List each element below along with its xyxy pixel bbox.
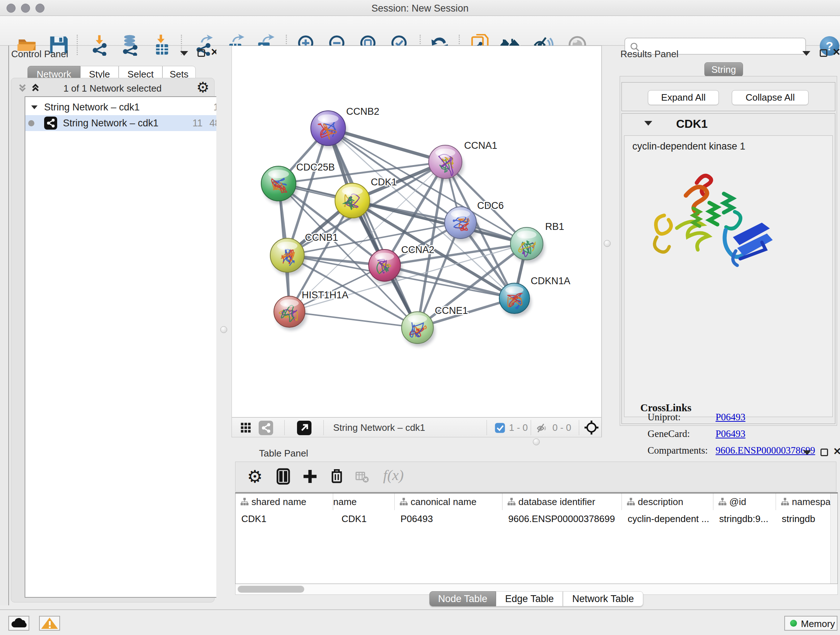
splitter-handle[interactable] bbox=[604, 240, 611, 247]
node-label: CDK1 bbox=[371, 177, 397, 187]
table-cell[interactable]: stringdb:9... bbox=[719, 511, 775, 527]
node-label: CDKN1A bbox=[531, 276, 570, 287]
left-splitter[interactable] bbox=[216, 46, 232, 605]
node-label: CCNB2 bbox=[346, 106, 379, 117]
results-panel-menu-icon[interactable] bbox=[802, 51, 810, 56]
footer-separator bbox=[579, 420, 579, 435]
column-header-label: shared name bbox=[251, 496, 306, 507]
network-options-gear-icon[interactable]: ⚙ bbox=[196, 79, 210, 96]
table-cell[interactable]: P06493 bbox=[401, 511, 501, 527]
column-header-name[interactable]: name bbox=[333, 494, 395, 510]
selected-nodes-checkbox-icon[interactable] bbox=[494, 423, 505, 433]
footer-separator bbox=[284, 420, 285, 435]
node-label: HIST1H1A bbox=[302, 290, 348, 301]
memory-button[interactable]: Memory bbox=[784, 616, 837, 631]
crosslink-link[interactable]: P06493 bbox=[715, 428, 745, 440]
splitter-handle[interactable] bbox=[220, 326, 227, 333]
expand-all-button[interactable]: Expand All bbox=[648, 90, 719, 105]
results-panel-title: Results Panel bbox=[621, 49, 678, 60]
birds-eye-grid-icon[interactable] bbox=[240, 422, 252, 434]
selected-node-edge-count: 1 - 0 bbox=[509, 422, 528, 433]
node-label: CDC6 bbox=[477, 200, 504, 211]
create-column-plus-icon[interactable] bbox=[302, 468, 319, 485]
table-cell[interactable]: stringdb bbox=[782, 511, 838, 527]
hidden-eye-slash-icon[interactable] bbox=[537, 423, 548, 434]
gene-collapse-icon[interactable] bbox=[644, 121, 652, 126]
control-panel-menu-icon[interactable] bbox=[180, 51, 188, 56]
column-header-shared-name[interactable]: shared name bbox=[235, 494, 333, 510]
network-node-CDKN1A[interactable]: CDKN1A bbox=[499, 276, 570, 317]
results-panel-close-icon[interactable]: ✕ bbox=[832, 49, 840, 56]
gene-description: cyclin-dependent kinase 1 bbox=[632, 141, 745, 152]
fit-selected-crosshair-icon[interactable] bbox=[584, 420, 600, 435]
memory-label: Memory bbox=[801, 618, 835, 630]
node-label: CCNE1 bbox=[435, 305, 468, 316]
network-canvas[interactable]: CCNB2CCNA1CDC25BCDK1CDC6RB1CCNB1CCNA2CDK… bbox=[232, 46, 602, 417]
collapse-all-icon[interactable] bbox=[17, 82, 28, 93]
scrollbar-thumb[interactable] bbox=[238, 586, 304, 593]
table-cell[interactable]: CDK1 bbox=[241, 511, 332, 527]
splitter-handle[interactable] bbox=[533, 439, 540, 445]
tab-network-table[interactable]: Network Table bbox=[563, 591, 643, 606]
table-panel-menu-icon[interactable] bbox=[803, 450, 811, 455]
network-node-RB1[interactable]: RB1 bbox=[510, 221, 564, 263]
network-collection-row[interactable]: String Network – cdk1 1 bbox=[25, 99, 217, 115]
network-label: String Network – cdk1 bbox=[63, 115, 158, 131]
crosslink-label: Uniprot: bbox=[647, 412, 681, 423]
column-header--id[interactable]: @id bbox=[714, 494, 776, 510]
hidden-node-edge-count: 0 - 0 bbox=[553, 422, 571, 433]
table-gear-icon[interactable]: ⚙ bbox=[247, 466, 263, 486]
delete-column-trash-icon[interactable] bbox=[328, 467, 346, 485]
node-table[interactable]: shared namenamecanonical namedatabase id… bbox=[235, 492, 838, 584]
network-graph[interactable]: CCNB2CCNA1CDC25BCDK1CDC6RB1CCNB1CCNA2CDK… bbox=[232, 46, 601, 417]
results-panel: Results Panel ✕ String Expand All Collap… bbox=[617, 46, 840, 446]
network-node-CDK1[interactable]: CDK1 bbox=[335, 177, 397, 221]
tab-edge-table[interactable]: Edge Table bbox=[496, 591, 563, 606]
column-header-label: database identifier bbox=[518, 496, 595, 507]
column-header-label: description bbox=[638, 496, 684, 507]
control-panel: Control Panel ✕ Network Style Select Set… bbox=[9, 46, 216, 605]
warning-icon bbox=[40, 616, 59, 630]
network-edge-HIST1H1A-CCNE1[interactable] bbox=[289, 312, 417, 328]
network-node-CCNA1[interactable]: CCNA1 bbox=[429, 140, 497, 181]
table-panel-float-icon[interactable] bbox=[821, 448, 828, 456]
collapse-all-button[interactable]: Collapse All bbox=[732, 90, 808, 105]
network-node-CCNE1[interactable]: CCNE1 bbox=[401, 305, 468, 347]
table-cell[interactable]: cyclin-dependent ... bbox=[628, 511, 712, 527]
window-titlebar: Session: New Session bbox=[0, 0, 840, 16]
table-cell[interactable]: 9606.ENSP00000378699 bbox=[508, 511, 621, 527]
results-panel-float-icon[interactable] bbox=[820, 49, 827, 57]
table-panel: Table Panel ✕ ⚙ f(x) shared namenamecano… bbox=[232, 446, 840, 605]
node-label: RB1 bbox=[545, 221, 564, 232]
tab-string[interactable]: String bbox=[704, 62, 743, 77]
show-columns-icon[interactable] bbox=[275, 468, 292, 485]
table-cell[interactable]: CDK1 bbox=[341, 511, 396, 527]
open-in-window-icon[interactable] bbox=[297, 421, 311, 435]
network-bullet-icon bbox=[28, 120, 34, 126]
tab-node-table[interactable]: Node Table bbox=[429, 591, 496, 606]
tree-expand-icon[interactable] bbox=[31, 105, 38, 109]
warnings-button[interactable] bbox=[39, 616, 60, 631]
node-label: CDC25B bbox=[296, 162, 335, 173]
network-node-CCNB2[interactable]: CCNB2 bbox=[311, 106, 379, 149]
collection-label: String Network – cdk1 bbox=[44, 99, 140, 115]
network-node-HIST1H1A[interactable]: HIST1H1A bbox=[274, 290, 348, 330]
right-splitter[interactable] bbox=[602, 46, 617, 446]
column-header-label: @id bbox=[729, 496, 746, 507]
network-node-CCNB1[interactable]: CCNB1 bbox=[270, 232, 338, 275]
expand-all-icon[interactable] bbox=[30, 82, 41, 93]
gene-header[interactable]: CDK1 bbox=[622, 114, 835, 135]
string-view-icon[interactable] bbox=[259, 421, 273, 435]
crosslink-link[interactable]: P06493 bbox=[715, 412, 745, 423]
table-panel-close-icon[interactable]: ✕ bbox=[833, 448, 840, 455]
column-header-database-identifier[interactable]: database identifier bbox=[502, 494, 622, 510]
table-vertical-scrollbar[interactable] bbox=[830, 494, 837, 584]
column-header-description[interactable]: description bbox=[622, 494, 714, 510]
cloud-status-button[interactable] bbox=[8, 616, 29, 631]
control-panel-float-icon[interactable] bbox=[197, 49, 205, 57]
column-header-canonical-name[interactable]: canonical name bbox=[395, 494, 502, 510]
network-node-CCNA2[interactable]: CCNA2 bbox=[369, 244, 434, 284]
network-row-selected[interactable]: String Network – cdk1 11 48 bbox=[25, 115, 217, 131]
column-header-namespace[interactable]: namespace bbox=[776, 494, 838, 510]
node-attribute-icon bbox=[240, 497, 249, 507]
